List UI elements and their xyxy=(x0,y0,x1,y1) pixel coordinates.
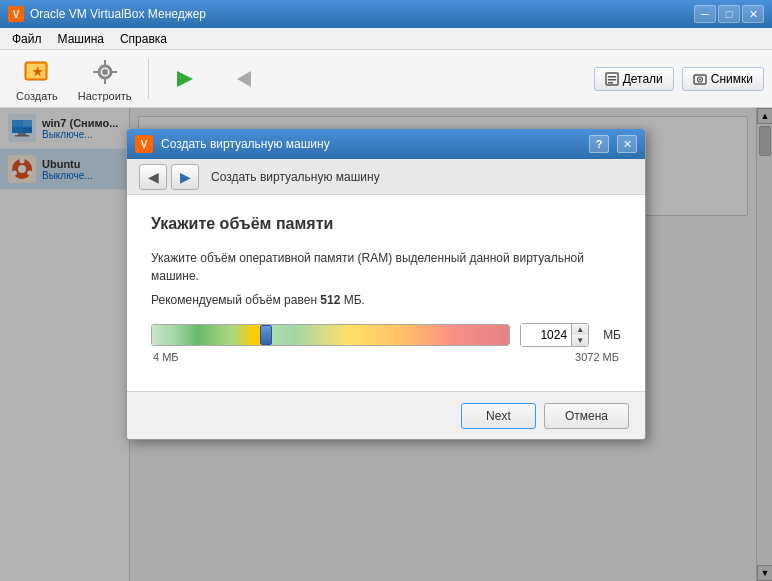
slider-fill xyxy=(152,325,266,345)
details-icon xyxy=(605,72,619,86)
details-button[interactable]: Детали xyxy=(594,67,674,91)
svg-rect-12 xyxy=(608,76,616,78)
slider-max-label: 3072 МБ xyxy=(575,351,619,363)
recommended-suffix: МБ. xyxy=(340,293,365,307)
svg-rect-7 xyxy=(93,71,98,73)
snapshots-button[interactable]: Снимки xyxy=(682,67,764,91)
dialog-nav: ◀ ▶ Создать виртуальную машину xyxy=(127,159,645,195)
app-icon: V xyxy=(8,6,24,22)
window-title: Oracle VM VirtualBox Менеджер xyxy=(30,7,694,21)
slider-min-label: 4 МБ xyxy=(153,351,179,363)
recommended-value: 512 xyxy=(320,293,340,307)
dialog-section-title: Укажите объём памяти xyxy=(151,215,621,233)
slider-container: ▲ ▼ МБ xyxy=(151,323,621,347)
settings-icon xyxy=(89,56,121,88)
dialog-description: Укажите объём оперативной памяти (RAM) в… xyxy=(151,249,621,285)
toolbar-separator xyxy=(148,59,149,99)
spinner-up-button[interactable]: ▲ xyxy=(572,324,588,335)
ram-value-input[interactable] xyxy=(521,324,571,346)
svg-marker-9 xyxy=(177,71,193,87)
window-controls: ─ □ ✕ xyxy=(694,5,764,23)
svg-text:★: ★ xyxy=(31,65,42,79)
menu-help[interactable]: Справка xyxy=(112,30,175,48)
svg-rect-14 xyxy=(608,82,613,84)
main-area: win7 (Снимо... Выключе... Ubuntu Выключе… xyxy=(0,108,772,581)
next-button[interactable]: Next xyxy=(461,403,536,429)
dialog-nav-title: Создать виртуальную машину xyxy=(211,170,380,184)
details-label: Детали xyxy=(623,72,663,86)
menu-file[interactable]: Файл xyxy=(4,30,50,48)
dialog-footer: Next Отмена xyxy=(127,391,645,439)
dialog-titlebar: V Создать виртуальную машину ? ✕ xyxy=(127,129,645,159)
create-button[interactable]: ★ Создать xyxy=(8,52,66,106)
create-icon: ★ xyxy=(21,56,53,88)
slider-labels: 4 МБ 3072 МБ xyxy=(151,351,621,363)
dialog-body: Укажите объём памяти Укажите объём опера… xyxy=(127,195,645,391)
forward-icon xyxy=(169,63,201,95)
close-button[interactable]: ✕ xyxy=(742,5,764,23)
toolbar: ★ Создать Настроить xyxy=(0,50,772,108)
svg-rect-6 xyxy=(104,79,106,84)
dialog-back-button[interactable]: ◀ xyxy=(139,164,167,190)
svg-point-17 xyxy=(699,78,701,80)
menu-bar: Файл Машина Справка xyxy=(0,28,772,50)
svg-marker-10 xyxy=(237,71,251,87)
modal-overlay: V Создать виртуальную машину ? ✕ ◀ ▶ Соз… xyxy=(0,108,772,581)
forward-button[interactable] xyxy=(157,59,213,99)
slider-area: ▲ ▼ МБ 4 МБ 3072 МБ xyxy=(151,323,621,363)
title-bar: V Oracle VM VirtualBox Менеджер ─ □ ✕ xyxy=(0,0,772,28)
dialog-help-button[interactable]: ? xyxy=(589,135,609,153)
cancel-button[interactable]: Отмена xyxy=(544,403,629,429)
ram-slider-track[interactable] xyxy=(151,324,510,346)
slider-thumb[interactable] xyxy=(260,325,272,345)
dialog-app-icon: V xyxy=(135,135,153,153)
settings-button[interactable]: Настроить xyxy=(70,52,140,106)
svg-rect-13 xyxy=(608,79,616,81)
create-vm-dialog: V Создать виртуальную машину ? ✕ ◀ ▶ Соз… xyxy=(126,128,646,440)
back-icon xyxy=(229,63,261,95)
ram-input-box: ▲ ▼ xyxy=(520,323,589,347)
dialog-recommendation: Рекомендуемый объём равен 512 МБ. xyxy=(151,293,621,307)
ram-unit-label: МБ xyxy=(603,328,621,342)
menu-machine[interactable]: Машина xyxy=(50,30,112,48)
svg-rect-8 xyxy=(112,71,117,73)
maximize-button[interactable]: □ xyxy=(718,5,740,23)
spinner-down-button[interactable]: ▼ xyxy=(572,335,588,346)
recommended-prefix: Рекомендуемый объём равен xyxy=(151,293,320,307)
dialog-close-button[interactable]: ✕ xyxy=(617,135,637,153)
snapshots-label: Снимки xyxy=(711,72,753,86)
snapshots-icon xyxy=(693,72,707,86)
create-label: Создать xyxy=(16,90,58,102)
spinner-buttons: ▲ ▼ xyxy=(571,324,588,346)
svg-rect-5 xyxy=(104,60,106,65)
minimize-button[interactable]: ─ xyxy=(694,5,716,23)
svg-point-4 xyxy=(102,69,108,75)
toolbar-right: Детали Снимки xyxy=(594,67,764,91)
dialog-title: Создать виртуальную машину xyxy=(161,137,581,151)
back-button[interactable] xyxy=(217,59,273,99)
settings-label: Настроить xyxy=(78,90,132,102)
dialog-forward-button[interactable]: ▶ xyxy=(171,164,199,190)
